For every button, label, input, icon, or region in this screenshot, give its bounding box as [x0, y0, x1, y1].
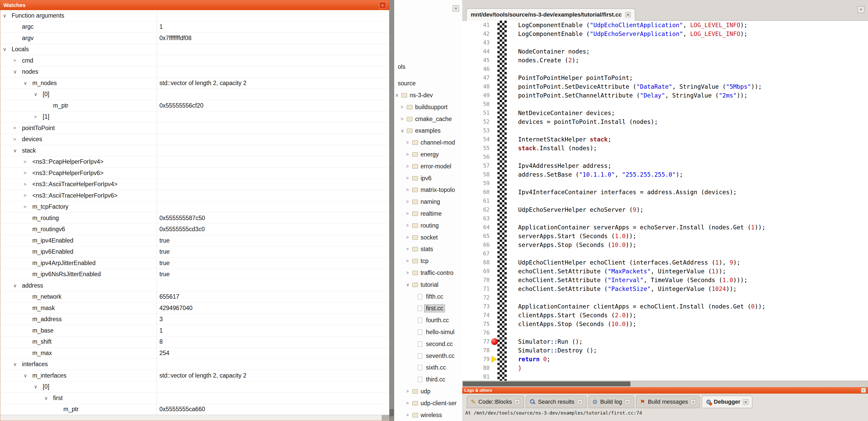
code-line[interactable]: Simulator::Run ();	[518, 337, 868, 346]
code-line[interactable]: }	[518, 364, 868, 373]
watch-row[interactable]: m_mask4294967040	[0, 302, 389, 314]
marker-cell[interactable]	[493, 179, 497, 188]
editor-scrollbar-thumb[interactable]	[463, 382, 630, 386]
breakpoint-icon[interactable]	[491, 338, 498, 345]
watch-row[interactable]: m_address3	[0, 314, 389, 325]
tree-expander-icon[interactable]: ∨	[2, 46, 12, 52]
code-line[interactable]	[518, 249, 868, 258]
watch-row[interactable]: argv0x7fffffffdf08	[0, 33, 389, 44]
marker-cell[interactable]	[493, 65, 497, 73]
editor-tab-close-icon[interactable]: ×	[625, 12, 631, 17]
watch-row[interactable]: m_routing0x555555587c50	[0, 213, 389, 224]
tree-expander-icon[interactable]: ∨	[13, 361, 22, 367]
watch-row[interactable]: m_ipv6Enabledtrue	[0, 247, 389, 258]
tree-expander-icon[interactable]: ∨	[23, 80, 32, 86]
code-line[interactable]: Simulator::Destroy ();	[518, 346, 868, 355]
watch-row[interactable]: ∨Locals	[0, 44, 389, 55]
watches-close-icon[interactable]: ×	[379, 2, 386, 9]
marker-cell[interactable]	[493, 188, 497, 197]
watch-row[interactable]: m_ptr0x5555555ca660	[0, 404, 389, 415]
marker-cell[interactable]	[493, 328, 497, 337]
marker-cell[interactable]	[493, 118, 497, 126]
tree-expander-icon[interactable]: >	[406, 270, 412, 276]
watch-row[interactable]: ∨Function arguments	[0, 10, 389, 22]
marker-cell[interactable]	[493, 38, 497, 47]
watch-row[interactable]: m_ptr0x55555556cf20	[0, 100, 389, 111]
code-line[interactable]: ApplicationContainer clientApps = echoCl…	[518, 302, 868, 311]
marker-cell[interactable]	[493, 214, 497, 223]
marker-cell[interactable]	[493, 47, 497, 56]
code-line[interactable]	[518, 38, 868, 47]
file-tree-item[interactable]: ols	[394, 61, 462, 73]
file-tree-item[interactable]: >channel-mod	[394, 137, 462, 149]
code-line[interactable]: clientApps.Stop (Seconds (10.0));	[518, 320, 868, 328]
code-line[interactable]	[518, 293, 868, 302]
file-tree-item[interactable]: >tcp	[394, 255, 462, 267]
tree-expander-icon[interactable]: >	[33, 114, 43, 120]
watch-row[interactable]: ><ns3::AsciiTraceHelperForIpv6>	[0, 190, 389, 201]
marker-cell[interactable]	[493, 73, 497, 82]
code-line[interactable]: devices = pointToPoint.Install (nodes);	[518, 118, 868, 126]
code-line[interactable]	[518, 153, 868, 161]
logs-close-icon[interactable]: ×	[861, 388, 866, 393]
watch-row[interactable]: ∨first	[0, 393, 389, 404]
tree-expander-icon[interactable]: >	[406, 258, 412, 264]
file-tree-item[interactable]: >buildsupport	[394, 101, 462, 113]
code-line[interactable]: echoClient.SetAttribute ("MaxPackets", U…	[518, 267, 868, 276]
logs-tab-build-log[interactable]: ⚙Build log×	[589, 396, 634, 408]
file-tree-item[interactable]: >wireless	[394, 409, 462, 421]
marker-cell[interactable]	[493, 100, 497, 108]
watch-row[interactable]: m_network655617	[0, 291, 389, 303]
code-lines[interactable]: LogComponentEnable ("UdpEchoClientApplic…	[507, 21, 868, 381]
watch-row[interactable]: m_ipv4ArpJitterEnabledtrue	[0, 258, 389, 269]
marker-cell[interactable]	[493, 91, 497, 100]
tree-expander-icon[interactable]: >	[13, 136, 22, 142]
file-tree-item[interactable]: >cmake_cache	[394, 113, 462, 125]
code-line[interactable]: serverApps.Start (Seconds (1.0));	[518, 232, 868, 240]
tree-expander-icon[interactable]: >	[406, 211, 412, 217]
tree-expander-icon[interactable]: >	[406, 235, 412, 240]
tree-expander-icon[interactable]: >	[23, 159, 32, 165]
watch-row[interactable]: ∨m_interfacesstd::vector of length 2, ca…	[0, 370, 389, 382]
marker-cell[interactable]	[493, 223, 497, 232]
watch-row[interactable]: ><ns3::PcapHelperForIpv6>	[0, 168, 389, 179]
tree-expander-icon[interactable]: >	[401, 104, 407, 110]
code-line[interactable]: clientApps.Start (Seconds (2.0));	[518, 311, 868, 320]
marker-cell[interactable]	[493, 21, 497, 30]
breakpoint-margin[interactable]	[493, 21, 497, 381]
tab-close-icon[interactable]: ×	[743, 399, 748, 405]
marker-cell[interactable]	[493, 373, 497, 381]
tree-expander-icon[interactable]: ∨	[13, 283, 22, 289]
tab-close-icon[interactable]: ×	[625, 399, 630, 405]
code-line[interactable]: ApplicationContainer serverApps = echoSe…	[518, 223, 868, 232]
code-line[interactable]: InternetStackHelper stack;	[518, 135, 868, 144]
code-line[interactable]	[518, 328, 868, 337]
watch-row[interactable]: m_ipv4Enabledtrue	[0, 235, 389, 247]
tree-expander-icon[interactable]: ∨	[13, 148, 22, 154]
file-tree-item[interactable]: third.cc	[394, 374, 462, 386]
code-line[interactable]: nodes.Create (2);	[518, 56, 868, 65]
watch-row[interactable]: ∨[0]	[0, 382, 389, 393]
marker-cell[interactable]	[493, 346, 497, 355]
marker-cell[interactable]	[493, 293, 497, 302]
watch-row[interactable]: >devices	[0, 134, 389, 145]
marker-cell[interactable]	[493, 320, 497, 328]
code-line[interactable]: UdpEchoClientHelper echoClient (interfac…	[518, 258, 868, 267]
tree-expander-icon[interactable]: >	[406, 400, 412, 406]
tree-expander-icon[interactable]: >	[406, 247, 412, 252]
tree-expander-icon[interactable]: >	[406, 413, 412, 418]
marker-cell[interactable]	[493, 108, 497, 118]
marker-cell[interactable]	[493, 82, 497, 91]
tree-expander-icon[interactable]: >	[13, 125, 22, 131]
code-line[interactable]: Ipv4InterfaceContainer interfaces = addr…	[518, 188, 868, 197]
code-line[interactable]: pointToPoint.SetChannelAttribute ("Delay…	[518, 91, 868, 100]
watch-row[interactable]: ∨m_nodesstd::vector of length 2, capacit…	[0, 77, 389, 89]
marker-cell[interactable]	[493, 285, 497, 293]
tree-expander-icon[interactable]: >	[406, 389, 412, 394]
marker-cell[interactable]	[493, 205, 497, 214]
watch-row[interactable]: >[1]	[0, 111, 389, 123]
editor-file-tab[interactable]: mnt/dev/tools/source/ns-3-dev/examples/t…	[466, 8, 635, 21]
fold-margin-checker[interactable]	[497, 21, 507, 381]
code-line[interactable]: address.SetBase ("10.1.1.0", "255.255.25…	[518, 170, 868, 179]
watch-row[interactable]: ∨nodes	[0, 66, 389, 78]
